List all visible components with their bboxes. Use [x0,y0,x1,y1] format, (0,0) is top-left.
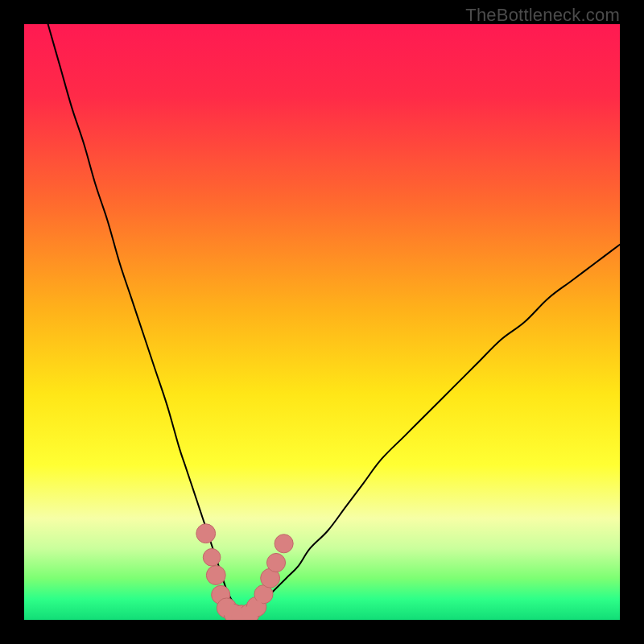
chart-canvas [24,24,620,620]
gradient-background [24,24,620,620]
chart-svg [24,24,620,620]
marker-point [196,524,216,543]
marker-capsule [250,608,257,613]
marker-point [206,566,225,585]
marker-point [275,535,293,553]
watermark-text: TheBottleneck.com [465,5,620,26]
marker-point [203,548,221,566]
outer-frame: TheBottleneck.com [0,0,644,644]
marker-point [266,553,285,572]
